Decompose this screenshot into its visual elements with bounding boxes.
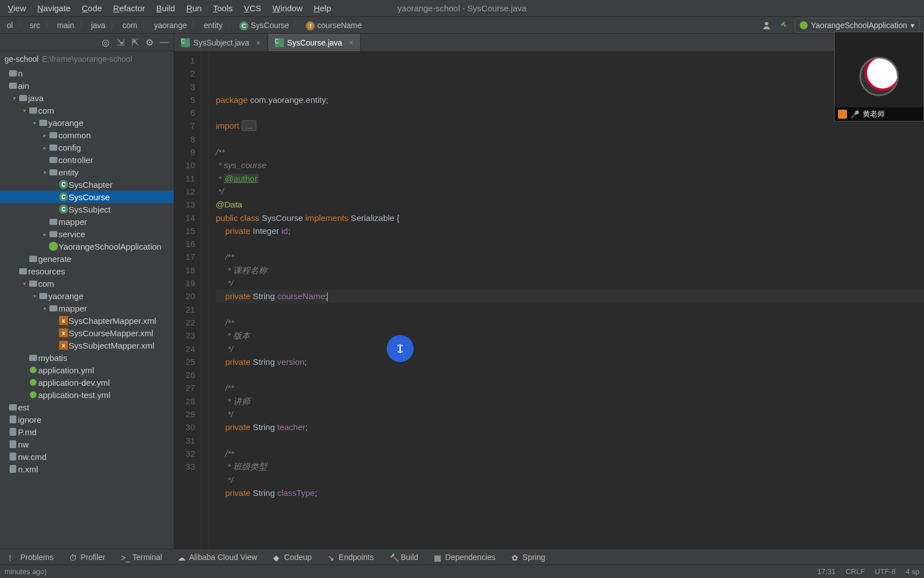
code-line[interactable] bbox=[216, 106, 924, 119]
breadcrumb-segment[interactable]: main bbox=[53, 17, 79, 34]
breadcrumb[interactable]: ol〉src〉main〉java〉com〉yaorange〉entity〉CSy… bbox=[0, 17, 366, 34]
tree-item[interactable]: ▾ yaorange bbox=[0, 290, 174, 302]
menu-tools[interactable]: Tools bbox=[207, 0, 238, 16]
code-line[interactable]: package com.yaorange.entity; bbox=[216, 93, 924, 106]
code-line[interactable]: import ... bbox=[216, 119, 924, 132]
code-line[interactable]: */ bbox=[216, 408, 924, 421]
menu-code[interactable]: Code bbox=[76, 0, 107, 16]
tool-window-endpoints[interactable]: ↘Endpoints bbox=[321, 549, 381, 565]
tree-item[interactable]: mybatis bbox=[0, 351, 174, 364]
code-line[interactable] bbox=[216, 368, 924, 381]
tree-item[interactable]: ain bbox=[0, 79, 174, 92]
collapse-icon[interactable]: ⇱ bbox=[129, 36, 141, 48]
tree-item[interactable]: ▾ java bbox=[0, 92, 174, 104]
code-line[interactable]: private String version; bbox=[216, 355, 924, 368]
tree-item[interactable]: ▾ entity bbox=[0, 166, 174, 178]
status-cursor-pos[interactable]: 17:31 bbox=[817, 567, 836, 576]
status-eol[interactable]: CRLF bbox=[846, 567, 865, 576]
tree-item[interactable]: n bbox=[0, 67, 174, 79]
code-area[interactable]: package com.yaorange.entity; import ... … bbox=[209, 52, 924, 549]
code-line[interactable]: private String teacher; bbox=[216, 421, 924, 434]
tree-item[interactable]: YaorangeSchoolApplication bbox=[0, 240, 174, 252]
code-line[interactable] bbox=[216, 434, 924, 447]
tree-item[interactable]: ▾ yaorange bbox=[0, 116, 174, 129]
tree-item[interactable]: C SysSubject bbox=[0, 203, 174, 215]
code-line[interactable]: private String courseName; bbox=[216, 290, 924, 302]
build-icon[interactable] bbox=[778, 20, 789, 31]
code-line[interactable]: * 讲师 bbox=[216, 395, 924, 408]
breadcrumb-segment[interactable]: java bbox=[87, 17, 110, 34]
editor-tab[interactable]: CSysCourse.java× bbox=[268, 34, 361, 51]
editor-tab[interactable]: CSysSubject.java× bbox=[174, 34, 268, 51]
code-line[interactable]: private Integer id; bbox=[216, 224, 924, 237]
tool-window-alibaba-cloud-view[interactable]: ☁Alibaba Cloud View bbox=[171, 549, 264, 565]
menu-view[interactable]: View bbox=[2, 0, 31, 16]
code-line[interactable] bbox=[216, 499, 924, 512]
breadcrumb-segment[interactable]: ol bbox=[2, 17, 17, 34]
code-line[interactable]: * 版本 bbox=[216, 329, 924, 342]
breadcrumb-field[interactable]: fcourseName bbox=[301, 17, 366, 34]
tree-item[interactable]: application-test.yml bbox=[0, 389, 174, 401]
breadcrumb-class[interactable]: CSysCourse bbox=[235, 17, 293, 34]
tree-item[interactable]: C SysCourse bbox=[0, 191, 174, 203]
menu-run[interactable]: Run bbox=[180, 0, 207, 16]
tree-item[interactable]: n.xml bbox=[0, 463, 174, 475]
tree-item[interactable]: x SysChapterMapper.xml bbox=[0, 314, 174, 327]
tree-item[interactable]: C SysChapter bbox=[0, 178, 174, 191]
user-icon[interactable] bbox=[761, 20, 772, 31]
locate-icon[interactable]: ◎ bbox=[99, 36, 112, 48]
menu-help[interactable]: Help bbox=[308, 0, 337, 16]
menu-refactor[interactable]: Refactor bbox=[107, 0, 151, 16]
file-tree[interactable]: n ain▾ java▾ com▾ yaorange▸ common▸ conf… bbox=[0, 67, 174, 549]
tree-item[interactable]: generate bbox=[0, 252, 174, 265]
code-line[interactable]: */ bbox=[216, 185, 924, 198]
tree-item[interactable]: mapper bbox=[0, 215, 174, 228]
breadcrumb-segment[interactable]: yaorange bbox=[150, 17, 191, 34]
code-line[interactable]: /** bbox=[216, 447, 924, 460]
tree-item[interactable]: resources bbox=[0, 265, 174, 277]
code-line[interactable]: /** bbox=[216, 250, 924, 263]
gear-icon[interactable]: ⚙ bbox=[143, 36, 156, 48]
code-line[interactable] bbox=[216, 303, 924, 316]
code-line[interactable]: public class SysCourse implements Serial… bbox=[216, 211, 924, 224]
tree-item[interactable]: est bbox=[0, 401, 174, 413]
close-icon[interactable]: × bbox=[256, 38, 261, 47]
tree-item[interactable]: x SysSubjectMapper.xml bbox=[0, 339, 174, 351]
tool-window-codeup[interactable]: ◆Codeup bbox=[266, 549, 319, 565]
tree-item[interactable]: application-dev.yml bbox=[0, 376, 174, 389]
menu-build[interactable]: Build bbox=[151, 0, 180, 16]
code-line[interactable] bbox=[216, 133, 924, 146]
menu-window[interactable]: Window bbox=[267, 0, 308, 16]
minimize-icon[interactable]: — bbox=[158, 36, 170, 48]
code-line[interactable]: * 课程名称 bbox=[216, 264, 924, 277]
tree-item[interactable]: ignore bbox=[0, 413, 174, 426]
breadcrumb-segment[interactable]: com bbox=[118, 17, 142, 34]
tree-item[interactable]: nw bbox=[0, 438, 174, 450]
tree-item[interactable]: controller bbox=[0, 153, 174, 166]
tree-item[interactable]: ▸ common bbox=[0, 129, 174, 141]
tree-item[interactable]: ▾ com bbox=[0, 277, 174, 290]
fold-gutter[interactable] bbox=[201, 52, 209, 549]
code-line[interactable]: * sys_course bbox=[216, 159, 924, 171]
tree-item[interactable]: ▾ com bbox=[0, 104, 174, 116]
tree-item[interactable]: P.md bbox=[0, 426, 174, 438]
code-line[interactable]: * 班级类型 bbox=[216, 460, 924, 473]
code-editor[interactable]: 1235678910111213141516171819202122232425… bbox=[174, 52, 924, 549]
tool-window-profiler[interactable]: ⏱Profiler bbox=[62, 549, 112, 565]
tool-window-terminal[interactable]: >_Terminal bbox=[115, 549, 169, 565]
expand-icon[interactable]: ⇲ bbox=[114, 36, 126, 48]
code-line[interactable]: /** bbox=[216, 381, 924, 394]
code-line[interactable]: /** bbox=[216, 146, 924, 159]
menu-vcs[interactable]: VCS bbox=[238, 0, 267, 16]
code-line[interactable] bbox=[216, 237, 924, 250]
tree-item[interactable]: ▾ mapper bbox=[0, 302, 174, 314]
tool-window-spring[interactable]: ✿Spring bbox=[505, 549, 552, 565]
video-call-overlay[interactable]: 🎤 黄老师 bbox=[834, 31, 924, 121]
tool-window-problems[interactable]: !Problems bbox=[2, 549, 60, 565]
tree-item[interactable]: application.yml bbox=[0, 364, 174, 376]
code-line[interactable]: private String classType; bbox=[216, 486, 924, 499]
status-indent[interactable]: 4 sp bbox=[905, 567, 920, 576]
close-icon[interactable]: × bbox=[349, 38, 354, 47]
menu-navigate[interactable]: Navigate bbox=[31, 0, 76, 16]
status-encoding[interactable]: UTF-8 bbox=[875, 567, 896, 576]
